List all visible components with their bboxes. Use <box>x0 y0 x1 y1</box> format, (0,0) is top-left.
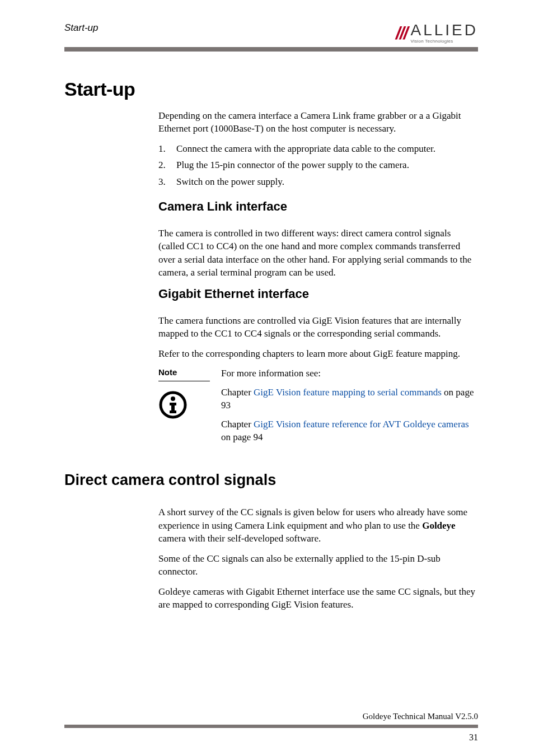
step-text: Plug the 15-pin connector of the power s… <box>176 160 409 170</box>
info-icon <box>158 390 221 423</box>
intro-block: Depending on the camera interface a Came… <box>158 109 478 449</box>
dcc-block: A short survey of the CC signals is give… <box>158 506 478 611</box>
list-item: 3.Switch on the power supply. <box>158 175 478 188</box>
logo: /// ALLIED Vision Technologies <box>396 22 478 44</box>
dcc-paragraph-3: Goldeye cameras with Gigabit Ethernet in… <box>158 585 478 612</box>
note-label: Note <box>158 367 210 381</box>
steps-list: 1.Connect the camera with the appropriat… <box>158 142 478 188</box>
page-number: 31 <box>469 732 478 743</box>
footer-rule <box>64 725 478 728</box>
svg-point-1 <box>171 396 175 401</box>
link-gige-mapping[interactable]: GigE Vision feature mapping to serial co… <box>254 387 442 398</box>
note-right: For more information see: Chapter GigE V… <box>221 367 478 449</box>
logo-main: ALLIED <box>411 22 479 38</box>
header-row: Start-up /// ALLIED Vision Technologies <box>64 22 478 44</box>
dcc-paragraph-2: Some of the CC signals can also be exter… <box>158 552 478 578</box>
goldeye-bold: Goldeye <box>422 520 456 531</box>
note-chapter-1: Chapter GigE Vision feature mapping to s… <box>221 386 478 412</box>
gige-heading: Gigabit Ethernet interface <box>158 286 478 302</box>
cameralink-heading: Camera Link interface <box>158 198 478 215</box>
note-lead: For more information see: <box>221 367 478 380</box>
cameralink-paragraph: The camera is controlled in two differen… <box>158 227 478 279</box>
note-block: Note For more information see: Chapter G… <box>158 367 478 449</box>
gige-paragraph-1: The camera functions are controlled via … <box>158 314 478 340</box>
chapter-title: Start-up <box>64 78 478 100</box>
intro-paragraph: Depending on the camera interface a Came… <box>158 109 478 136</box>
footer-text: Goldeye Technical Manual V2.5.0 <box>64 712 478 721</box>
running-head: Start-up <box>64 22 98 34</box>
list-item: 1.Connect the camera with the appropriat… <box>158 142 478 155</box>
link-gige-reference[interactable]: GigE Vision feature reference for AVT Go… <box>254 419 469 430</box>
gige-paragraph-2: Refer to the corresponding chapters to l… <box>158 347 478 360</box>
dcc-heading: Direct camera control signals <box>64 472 478 489</box>
logo-text: ALLIED Vision Technologies <box>411 22 479 44</box>
note-chapter-2: Chapter GigE Vision feature reference fo… <box>221 418 478 444</box>
footer: Goldeye Technical Manual V2.5.0 <box>64 712 478 728</box>
list-item: 2.Plug the 15-pin connector of the power… <box>158 158 478 171</box>
step-text: Connect the camera with the appropriate … <box>176 143 435 154</box>
logo-slashes-icon: /// <box>396 24 407 42</box>
note-left: Note <box>158 367 221 449</box>
logo-sub: Vision Technologies <box>411 39 479 44</box>
header-rule <box>64 47 478 52</box>
dcc-paragraph-1: A short survey of the CC signals is give… <box>158 506 478 545</box>
svg-rect-4 <box>170 410 176 413</box>
page: Start-up /// ALLIED Vision Technologies … <box>0 0 534 756</box>
step-text: Switch on the power supply. <box>176 176 284 187</box>
